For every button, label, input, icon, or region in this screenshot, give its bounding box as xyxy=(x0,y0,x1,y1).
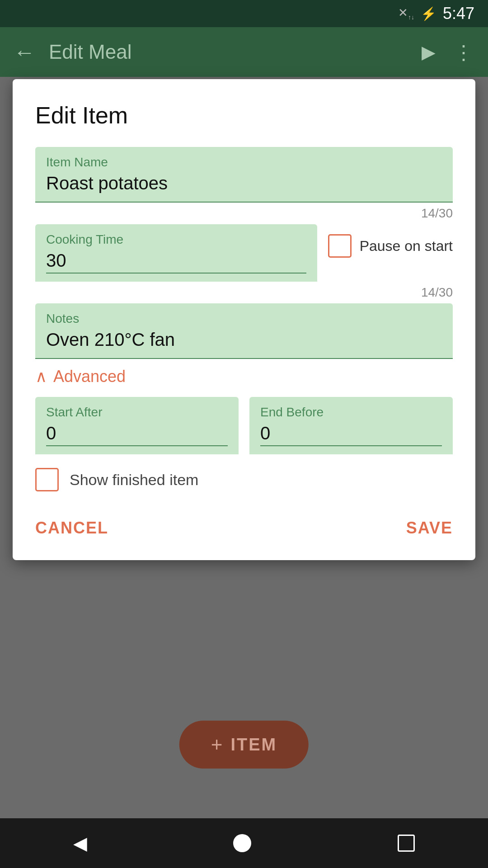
chevron-up-icon: ∧ xyxy=(35,367,47,386)
status-icons: ✕↑↓ ⚡ 5:47 xyxy=(398,4,474,23)
notes-section: Notes xyxy=(35,303,453,359)
item-name-field[interactable]: Item Name xyxy=(35,147,453,203)
end-before-field[interactable]: End Before xyxy=(249,397,453,454)
show-finished-checkbox[interactable] xyxy=(35,468,59,491)
cancel-button[interactable]: CANCEL xyxy=(35,519,108,538)
nav-recents-button[interactable] xyxy=(398,835,415,852)
recents-nav-icon xyxy=(398,835,415,852)
signal-off-icon: ✕↑↓ xyxy=(398,6,414,21)
cooking-time-input[interactable] xyxy=(46,250,306,271)
end-before-label: End Before xyxy=(260,405,442,420)
app-bar-title: Edit Meal xyxy=(49,41,408,63)
item-name-input[interactable] xyxy=(46,173,442,193)
cooking-time-field[interactable]: Cooking Time xyxy=(35,224,317,282)
item-name-char-count: 14/30 xyxy=(35,206,453,221)
dialog-buttons: CANCEL SAVE xyxy=(35,514,453,538)
pause-on-start-group: Pause on start xyxy=(328,224,453,258)
more-options-button[interactable]: ⋮ xyxy=(454,41,474,64)
advanced-toggle[interactable]: ∧ Advanced xyxy=(35,367,453,386)
advanced-label: Advanced xyxy=(53,367,126,386)
fab-label: ITEM xyxy=(230,735,277,755)
nav-home-button[interactable] xyxy=(233,834,251,852)
item-name-label: Item Name xyxy=(46,155,442,170)
show-finished-label: Show finished item xyxy=(70,471,198,489)
status-time: 5:47 xyxy=(443,4,474,23)
time-fields-row: Start After End Before xyxy=(35,397,453,454)
start-after-input[interactable] xyxy=(46,423,228,443)
app-bar: ← Edit Meal ▶ ⋮ xyxy=(0,27,488,77)
app-bar-actions: ▶ ⋮ xyxy=(422,41,474,64)
pause-on-start-label: Pause on start xyxy=(360,237,453,255)
save-button[interactable]: SAVE xyxy=(406,519,453,538)
back-button[interactable]: ← xyxy=(14,40,35,65)
cooking-time-label: Cooking Time xyxy=(46,232,306,247)
back-nav-icon: ◀ xyxy=(73,833,87,854)
start-after-label: Start After xyxy=(46,405,228,420)
bottom-navigation: ◀ xyxy=(0,818,488,868)
notes-label: Notes xyxy=(46,311,442,326)
add-item-fab[interactable]: + ITEM xyxy=(179,721,309,769)
dialog-title: Edit Item xyxy=(35,102,453,129)
start-after-field[interactable]: Start After xyxy=(35,397,239,454)
notes-field[interactable]: Notes xyxy=(35,303,453,359)
status-bar: ✕↑↓ ⚡ 5:47 xyxy=(0,0,488,27)
play-button[interactable]: ▶ xyxy=(422,42,436,62)
fab-plus-icon: + xyxy=(211,733,223,756)
notes-input[interactable] xyxy=(46,330,442,350)
pause-on-start-checkbox[interactable] xyxy=(328,234,352,258)
edit-item-dialog: Edit Item Item Name 14/30 Cooking Time P… xyxy=(13,79,475,560)
cooking-time-char-count: 14/30 xyxy=(35,285,453,300)
battery-charging-icon: ⚡ xyxy=(421,6,436,21)
home-nav-icon xyxy=(233,834,251,852)
show-finished-row: Show finished item xyxy=(35,468,453,491)
end-before-input[interactable] xyxy=(260,423,442,443)
nav-back-button[interactable]: ◀ xyxy=(73,833,87,854)
cooking-time-row: Cooking Time Pause on start xyxy=(35,224,453,282)
